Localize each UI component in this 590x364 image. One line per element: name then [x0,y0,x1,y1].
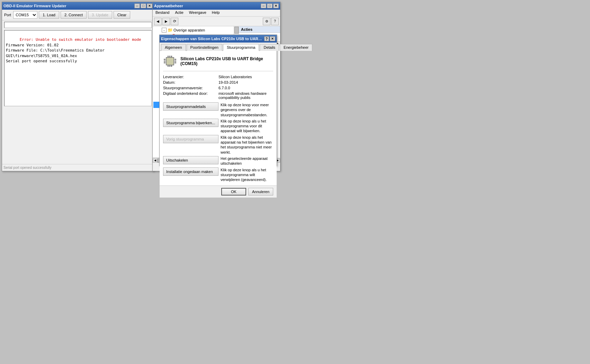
svg-rect-2 [168,56,169,57]
log-line-0: Error: Unable to switch emulator into bo… [20,37,141,42]
svg-rect-10 [164,62,166,63]
uitschakelen-button[interactable]: Uitschakelen [163,156,218,164]
prop-row-datum: Datum: 19-03-2014 [163,80,273,84]
prop-label-digitaal: Digitaal ondertekend door: [163,91,218,100]
devmgr-help-button[interactable]: ? [271,18,279,25]
devmgr-maximize-button[interactable]: □ [267,3,272,8]
tree-expand-overige[interactable]: – [162,28,167,33]
svg-rect-7 [171,65,172,67]
driver-dialog-help-button[interactable]: ? [264,36,269,41]
load-button[interactable]: 1. Load [39,11,59,19]
devmgr-menu-actie[interactable]: Actie [172,10,186,16]
prop-value-leverancier: Silicon Laboratories [218,75,273,79]
devmgr-menu-help[interactable]: Help [209,10,223,16]
driver-dialog-content: Silicon Labs CP210x USB to UART Bridge (… [160,51,277,185]
svg-rect-9 [164,61,166,62]
device-name: Silicon Labs CP210x USB to UART Bridge (… [180,56,273,66]
stuurprogrammadetails-desc: Klik op deze knop voor meer gegevens ove… [221,102,273,117]
svg-rect-11 [175,59,176,60]
tree-item-overige[interactable]: – 📁 Overige apparaten [153,27,233,33]
prop-value-datum: 19-03-2014 [218,80,273,84]
prop-row-digitaal: Digitaal ondertekend door: microsoft win… [163,91,273,100]
log-line-3: Serial port opened successfully [6,59,77,63]
driver-dialog-controls: ? ✕ [264,36,275,41]
acties-title: Acties [241,27,252,31]
driver-action-buttons: Stuurprogrammadetails Klik op deze knop … [163,102,273,182]
devmgr-close-button[interactable]: ✕ [273,3,279,8]
folder-icon: 📁 [167,27,173,33]
device-chip-icon [163,54,177,68]
driver-dialog-close-button[interactable]: ✕ [270,36,275,41]
prop-label-datum: Datum: [163,80,218,84]
connect-button[interactable]: 2. Connect [61,11,87,19]
devmgr-refresh-button[interactable]: ⟳ [171,18,178,25]
stuurprogrammadetails-button[interactable]: Stuurprogrammadetails [163,102,218,111]
obd-titlebar: OBD-II Emulator Firmware Updater ─ □ ✕ [2,2,154,10]
stuurprogramma-bijwerken-button[interactable]: Stuurprogramma bijwerken... [163,119,218,127]
devmgr-minimize-button[interactable]: ─ [261,3,266,8]
vorig-stuurprogramma-button[interactable]: Vorig stuurprogramma [163,135,218,143]
chip-svg [163,55,177,67]
svg-rect-13 [175,62,176,63]
obd-status-text: Serial port opened successfully [3,166,51,170]
installatie-ongedaan-desc: Klik op deze knop als u het stuurprogram… [221,167,273,182]
device-icon-row: Silicon Labs CP210x USB to UART Bridge (… [163,54,273,71]
obd-window-controls: ─ □ ✕ [134,3,152,8]
obd-status-bar: Serial port opened successfully [2,164,154,171]
log-area-container: Error: Unable to switch emulator into bo… [4,30,152,106]
tab-poortinstellingen[interactable]: Poortinstellingen [187,44,222,51]
devmgr-title: Apparaatbeheer [154,4,261,8]
driver-btn-row-bijwerken: Stuurprogramma bijwerken... Klik op deze… [163,119,273,134]
devmgr-titlebar: Apparaatbeheer ─ □ ✕ [153,2,280,10]
obd-close-button[interactable]: ✕ [147,3,152,8]
driver-dialog-bottom-buttons: OK Annuleren [160,185,277,198]
tree-label-overige: Overige apparaten [173,28,205,32]
vorig-stuurprogramma-desc: Klik op deze knop als het apparaat na he… [221,135,273,155]
driver-properties-table: Leverancier: Silicon Laboratories Datum:… [163,75,273,100]
driver-btn-row-vorig: Vorig stuurprogramma Klik op deze knop a… [163,135,273,155]
tab-algemeen[interactable]: Algemeen [161,44,186,51]
obd-maximize-button[interactable]: □ [141,3,146,8]
devmgr-scrollbar-thumb [234,27,239,34]
progress-bar-container [4,22,152,28]
svg-rect-3 [169,56,170,57]
driver-btn-row-details: Stuurprogrammadetails Klik op deze knop … [163,102,273,117]
port-label: Port [4,13,11,17]
hscroll-left[interactable]: ◀ [153,158,158,163]
driver-ok-button[interactable]: OK [221,188,246,195]
uitschakelen-desc: Het geselecteerde apparaat uitschakelen [221,156,273,166]
port-select[interactable]: COM15 [13,11,37,19]
devmgr-menu: Bestand Actie Weergave Help [153,10,280,17]
update-button[interactable]: 3. Update [88,11,112,19]
driver-cancel-button[interactable]: Annuleren [248,188,273,195]
devmgr-back-button[interactable]: ◀ [154,18,162,25]
devmgr-window-controls: ─ □ ✕ [261,3,279,8]
prop-row-leverancier: Leverancier: Silicon Laboratories [163,75,273,79]
obd-title: OBD-II Emulator Firmware Updater [3,4,134,8]
clear-button[interactable]: Clear [114,11,130,19]
tab-details[interactable]: Details [260,44,279,51]
obd-updater-window: OBD-II Emulator Firmware Updater ─ □ ✕ P… [2,2,154,171]
svg-rect-4 [171,56,172,57]
installatie-ongedaan-button[interactable]: Installatie ongedaan maken [163,167,218,176]
devmgr-menu-weergave[interactable]: Weergave [186,10,209,16]
svg-rect-8 [164,59,166,60]
prop-value-digitaal: microsoft windows hardware compatibility… [218,91,273,100]
prop-label-versie: Stuurprogrammaversie: [163,86,218,90]
tab-energiebeheer[interactable]: Energiebeheer [280,44,312,51]
obd-minimize-button[interactable]: ─ [134,3,140,8]
driver-properties-dialog: Eigenschappen van Silicon Labs CP210x US… [159,35,277,166]
svg-rect-12 [175,61,176,62]
prop-label-leverancier: Leverancier: [163,75,218,79]
devmgr-menu-bestand[interactable]: Bestand [153,10,172,16]
log-line-1: Firmware Version: 01.02 [6,43,59,47]
driver-btn-row-installatie: Installatie ongedaan maken Klik op deze … [163,167,273,182]
devmgr-properties-button[interactable]: ⚙ [263,18,270,25]
tab-stuurprogramma[interactable]: Stuurprogramma [223,44,259,51]
devmgr-forward-button[interactable]: ▶ [162,18,170,25]
stuurprogramma-bijwerken-desc: Klik op deze knop als u het stuurprogram… [221,119,273,134]
svg-rect-5 [168,65,169,67]
prop-row-versie: Stuurprogrammaversie: 6.7.0.0 [163,86,273,90]
acties-header: ▲ Acties [239,26,280,33]
svg-rect-1 [167,58,173,65]
